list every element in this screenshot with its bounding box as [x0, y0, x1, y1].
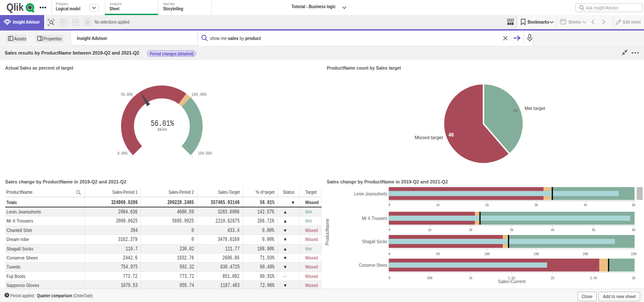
svg-text:Shagall Socks: Shagall Socks: [362, 239, 387, 244]
svg-text:200: 200: [583, 252, 588, 256]
svg-text:6k: 6k: [632, 228, 636, 232]
svg-text:3k: 3k: [535, 203, 538, 207]
svg-text:2k: 2k: [485, 203, 489, 207]
svg-text:0: 0: [389, 276, 390, 281]
svg-text:Sales-Current: Sales-Current: [498, 279, 526, 284]
svg-text:Mr X Trousers: Mr X Trousers: [362, 216, 387, 221]
svg-text:0: 0: [389, 252, 390, 256]
svg-text:2.5k: 2.5k: [590, 276, 598, 281]
svg-text:4k: 4k: [551, 228, 555, 232]
svg-text:Met target: Met target: [525, 106, 546, 111]
svg-text:29: 29: [513, 108, 518, 113]
svg-text:1k: 1k: [436, 203, 440, 207]
svg-text:5k: 5k: [632, 203, 636, 207]
svg-text:1k: 1k: [469, 276, 473, 281]
svg-text:2k: 2k: [469, 228, 473, 232]
svg-text:50: 50: [436, 252, 440, 256]
svg-text:100.00%: 100.00%: [191, 92, 207, 97]
svg-text:5k: 5k: [592, 228, 596, 232]
svg-text:150: 150: [534, 252, 539, 256]
svg-text:150.00%: 150.00%: [198, 151, 212, 156]
svg-text:250: 250: [631, 252, 637, 256]
svg-text:Missed target: Missed target: [415, 135, 444, 140]
svg-text:Sales: Sales: [158, 127, 167, 132]
svg-text:Conserve Shoes: Conserve Shoes: [359, 262, 387, 268]
svg-text:100: 100: [484, 252, 490, 256]
svg-text:ProductName: ProductName: [325, 219, 330, 245]
svg-text:46: 46: [448, 132, 454, 138]
svg-text:Lenin Jeansshorts: Lenin Jeansshorts: [354, 191, 387, 196]
svg-text:500: 500: [427, 276, 433, 281]
svg-text:50.00%: 50.00%: [121, 92, 133, 97]
svg-text:4k: 4k: [583, 203, 587, 207]
svg-text:3k: 3k: [510, 228, 514, 232]
svg-text:0: 0: [389, 228, 390, 232]
svg-text:0.00%: 0.00%: [118, 151, 128, 156]
svg-text:2k: 2k: [551, 276, 555, 281]
svg-text:1k: 1k: [428, 228, 432, 232]
svg-text:3k: 3k: [632, 276, 636, 281]
svg-text:0: 0: [389, 203, 390, 207]
